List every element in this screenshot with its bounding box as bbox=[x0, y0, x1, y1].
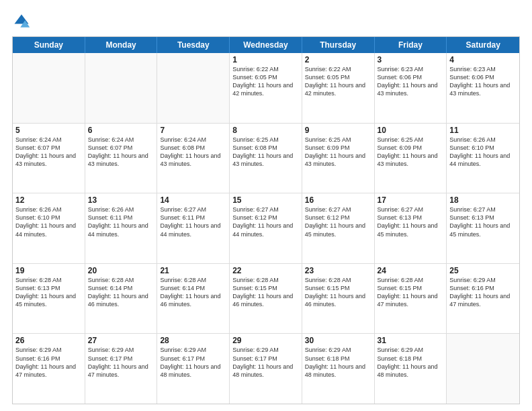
calendar-row-1: 1Sunrise: 6:22 AMSunset: 6:05 PMDaylight… bbox=[13, 53, 519, 124]
day-number: 17 bbox=[378, 195, 444, 205]
day-cell-5: 5Sunrise: 6:24 AMSunset: 6:07 PMDaylight… bbox=[13, 124, 85, 193]
day-number: 28 bbox=[160, 336, 226, 345]
day-info: Sunrise: 6:29 AMSunset: 6:17 PMDaylight:… bbox=[160, 346, 226, 379]
day-info: Sunrise: 6:24 AMSunset: 6:07 PMDaylight:… bbox=[15, 136, 82, 169]
day-number: 16 bbox=[305, 195, 371, 205]
day-cell-8: 8Sunrise: 6:25 AMSunset: 6:08 PMDaylight… bbox=[230, 124, 302, 193]
day-info: Sunrise: 6:27 AMSunset: 6:13 PMDaylight:… bbox=[449, 205, 517, 238]
calendar-row-5: 26Sunrise: 6:29 AMSunset: 6:16 PMDayligh… bbox=[13, 334, 519, 404]
calendar-row-3: 12Sunrise: 6:26 AMSunset: 6:10 PMDayligh… bbox=[13, 193, 519, 264]
empty-cell bbox=[85, 53, 158, 123]
day-cell-12: 12Sunrise: 6:26 AMSunset: 6:10 PMDayligh… bbox=[13, 193, 85, 263]
day-cell-17: 17Sunrise: 6:27 AMSunset: 6:13 PMDayligh… bbox=[375, 193, 447, 263]
day-cell-10: 10Sunrise: 6:25 AMSunset: 6:09 PMDayligh… bbox=[375, 124, 447, 193]
day-info: Sunrise: 6:26 AMSunset: 6:10 PMDaylight:… bbox=[449, 136, 517, 169]
day-info: Sunrise: 6:28 AMSunset: 6:13 PMDaylight:… bbox=[15, 276, 82, 309]
day-cell-26: 26Sunrise: 6:29 AMSunset: 6:16 PMDayligh… bbox=[13, 334, 85, 404]
day-cell-31: 31Sunrise: 6:29 AMSunset: 6:18 PMDayligh… bbox=[375, 334, 447, 404]
day-number: 7 bbox=[160, 126, 226, 135]
day-cell-11: 11Sunrise: 6:26 AMSunset: 6:10 PMDayligh… bbox=[447, 124, 519, 193]
day-cell-4: 4Sunrise: 6:23 AMSunset: 6:06 PMDaylight… bbox=[447, 53, 519, 123]
day-info: Sunrise: 6:25 AMSunset: 6:09 PMDaylight:… bbox=[378, 136, 444, 169]
day-number: 12 bbox=[15, 195, 82, 205]
day-info: Sunrise: 6:24 AMSunset: 6:08 PMDaylight:… bbox=[160, 136, 226, 169]
day-info: Sunrise: 6:22 AMSunset: 6:05 PMDaylight:… bbox=[305, 65, 371, 98]
day-number: 19 bbox=[15, 266, 82, 275]
day-cell-25: 25Sunrise: 6:29 AMSunset: 6:16 PMDayligh… bbox=[447, 264, 519, 334]
day-number: 9 bbox=[305, 126, 371, 135]
day-info: Sunrise: 6:27 AMSunset: 6:11 PMDaylight:… bbox=[160, 205, 226, 238]
day-number: 2 bbox=[305, 55, 371, 64]
day-cell-27: 27Sunrise: 6:29 AMSunset: 6:17 PMDayligh… bbox=[85, 334, 158, 404]
day-number: 15 bbox=[232, 195, 299, 205]
day-number: 31 bbox=[378, 336, 444, 345]
day-info: Sunrise: 6:27 AMSunset: 6:12 PMDaylight:… bbox=[232, 205, 299, 238]
day-number: 27 bbox=[88, 336, 154, 345]
day-cell-24: 24Sunrise: 6:28 AMSunset: 6:15 PMDayligh… bbox=[375, 264, 447, 334]
day-cell-19: 19Sunrise: 6:28 AMSunset: 6:13 PMDayligh… bbox=[13, 264, 85, 334]
day-number: 5 bbox=[15, 126, 82, 135]
day-number: 20 bbox=[88, 266, 154, 275]
logo bbox=[12, 12, 34, 31]
empty-cell bbox=[447, 334, 519, 404]
day-cell-29: 29Sunrise: 6:29 AMSunset: 6:17 PMDayligh… bbox=[230, 334, 302, 404]
day-info: Sunrise: 6:28 AMSunset: 6:15 PMDaylight:… bbox=[378, 276, 444, 309]
weekday-header-saturday: Saturday bbox=[447, 37, 519, 53]
day-info: Sunrise: 6:28 AMSunset: 6:15 PMDaylight:… bbox=[305, 276, 371, 309]
day-number: 6 bbox=[88, 126, 154, 135]
calendar-header-row: SundayMondayTuesdayWednesdayThursdayFrid… bbox=[13, 37, 519, 53]
day-info: Sunrise: 6:25 AMSunset: 6:09 PMDaylight:… bbox=[305, 136, 371, 169]
day-info: Sunrise: 6:29 AMSunset: 6:18 PMDaylight:… bbox=[378, 346, 444, 379]
calendar-row-4: 19Sunrise: 6:28 AMSunset: 6:13 PMDayligh… bbox=[13, 264, 519, 334]
day-cell-30: 30Sunrise: 6:29 AMSunset: 6:18 PMDayligh… bbox=[302, 334, 375, 404]
day-number: 23 bbox=[305, 266, 371, 275]
day-cell-23: 23Sunrise: 6:28 AMSunset: 6:15 PMDayligh… bbox=[302, 264, 375, 334]
header bbox=[12, 12, 520, 31]
day-info: Sunrise: 6:26 AMSunset: 6:10 PMDaylight:… bbox=[15, 205, 82, 238]
day-number: 30 bbox=[305, 336, 371, 345]
day-cell-20: 20Sunrise: 6:28 AMSunset: 6:14 PMDayligh… bbox=[85, 264, 158, 334]
day-info: Sunrise: 6:29 AMSunset: 6:17 PMDaylight:… bbox=[88, 346, 154, 379]
day-cell-18: 18Sunrise: 6:27 AMSunset: 6:13 PMDayligh… bbox=[447, 193, 519, 263]
weekday-header-wednesday: Wednesday bbox=[230, 37, 302, 53]
empty-cell bbox=[157, 53, 230, 123]
day-info: Sunrise: 6:27 AMSunset: 6:13 PMDaylight:… bbox=[378, 205, 444, 238]
weekday-header-friday: Friday bbox=[375, 37, 447, 53]
day-info: Sunrise: 6:25 AMSunset: 6:08 PMDaylight:… bbox=[232, 136, 299, 169]
day-cell-16: 16Sunrise: 6:27 AMSunset: 6:12 PMDayligh… bbox=[302, 193, 375, 263]
day-info: Sunrise: 6:28 AMSunset: 6:15 PMDaylight:… bbox=[232, 276, 299, 309]
day-cell-15: 15Sunrise: 6:27 AMSunset: 6:12 PMDayligh… bbox=[230, 193, 302, 263]
weekday-header-tuesday: Tuesday bbox=[157, 37, 230, 53]
day-number: 10 bbox=[378, 126, 444, 135]
day-cell-21: 21Sunrise: 6:28 AMSunset: 6:14 PMDayligh… bbox=[157, 264, 230, 334]
day-info: Sunrise: 6:28 AMSunset: 6:14 PMDaylight:… bbox=[160, 276, 226, 309]
day-info: Sunrise: 6:22 AMSunset: 6:05 PMDaylight:… bbox=[232, 65, 299, 98]
day-number: 14 bbox=[160, 195, 226, 205]
day-cell-6: 6Sunrise: 6:24 AMSunset: 6:07 PMDaylight… bbox=[85, 124, 158, 193]
day-cell-7: 7Sunrise: 6:24 AMSunset: 6:08 PMDaylight… bbox=[157, 124, 230, 193]
day-number: 21 bbox=[160, 266, 226, 275]
day-number: 29 bbox=[232, 336, 299, 345]
calendar-body: 1Sunrise: 6:22 AMSunset: 6:05 PMDaylight… bbox=[13, 53, 519, 404]
day-number: 3 bbox=[378, 55, 444, 64]
day-info: Sunrise: 6:23 AMSunset: 6:06 PMDaylight:… bbox=[449, 65, 517, 98]
logo-icon bbox=[12, 12, 31, 31]
day-number: 22 bbox=[232, 266, 299, 275]
weekday-header-thursday: Thursday bbox=[302, 37, 375, 53]
day-number: 4 bbox=[449, 55, 517, 64]
day-info: Sunrise: 6:29 AMSunset: 6:16 PMDaylight:… bbox=[15, 346, 82, 379]
day-info: Sunrise: 6:26 AMSunset: 6:11 PMDaylight:… bbox=[88, 205, 154, 238]
calendar: SundayMondayTuesdayWednesdayThursdayFrid… bbox=[12, 36, 520, 404]
day-info: Sunrise: 6:23 AMSunset: 6:06 PMDaylight:… bbox=[378, 65, 444, 98]
weekday-header-sunday: Sunday bbox=[13, 37, 85, 53]
day-cell-28: 28Sunrise: 6:29 AMSunset: 6:17 PMDayligh… bbox=[157, 334, 230, 404]
day-cell-14: 14Sunrise: 6:27 AMSunset: 6:11 PMDayligh… bbox=[157, 193, 230, 263]
empty-cell bbox=[13, 53, 85, 123]
day-cell-22: 22Sunrise: 6:28 AMSunset: 6:15 PMDayligh… bbox=[230, 264, 302, 334]
day-info: Sunrise: 6:29 AMSunset: 6:18 PMDaylight:… bbox=[305, 346, 371, 379]
day-info: Sunrise: 6:29 AMSunset: 6:16 PMDaylight:… bbox=[449, 276, 517, 309]
day-number: 8 bbox=[232, 126, 299, 135]
day-info: Sunrise: 6:29 AMSunset: 6:17 PMDaylight:… bbox=[232, 346, 299, 379]
day-number: 11 bbox=[449, 126, 517, 135]
day-number: 24 bbox=[378, 266, 444, 275]
